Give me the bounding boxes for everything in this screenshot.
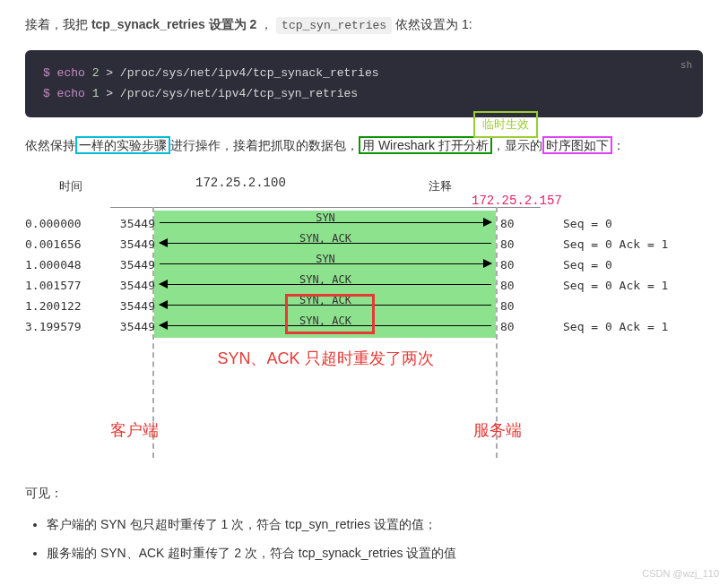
src-port: 35449 [115,276,155,296]
packet-time: 0.000000 [25,214,101,234]
packet-time: 1.001577 [25,276,101,296]
packet-arrow: SYN, ACK [160,235,491,251]
dst-port: 80 [500,235,527,254]
ip-address-left: 172.25.2.100 [195,173,286,194]
intro-inline-code: tcp_syn_retries [276,17,392,34]
list-item: 服务端的 SYN、ACK 超时重传了 2 次，符合 tcp_synack_ret… [47,543,703,564]
packet-arrow: SYN, ACK [160,276,491,292]
seq-info: Seq = 0 [563,214,728,234]
client-label: 客户端 [110,417,159,444]
seq-info: Seq = 0 Ack = 1 [563,276,728,296]
conclusion-header: 可见： [25,483,703,504]
intro-suffix: 依然设置为 1: [395,17,472,31]
packet-arrow: SYN [160,255,491,271]
retransmit-caption: SYN、ACK 只超时重发了两次 [160,345,491,373]
packet-label: SYN, ACK [160,271,491,289]
packet-arrow: SYN [160,214,491,230]
watermark: CSDN @wzj_110 [642,565,719,582]
src-port: 35449 [115,317,155,337]
code-annotation-callout: 临时生效 [473,111,538,138]
code-line-1: $ echo 2 > /proc/sys/net/ipv4/tcp_synack… [43,63,685,83]
seq-info: Seq = 0 Ack = 1 [563,235,728,254]
packet-time: 0.001656 [25,235,101,254]
dst-port: 80 [500,255,527,275]
diagram-top-border [110,207,541,208]
dst-port: 80 [500,276,527,296]
intro-bold: tcp_synack_retries 设置为 2 [91,17,256,31]
packet-time: 1.200122 [25,297,101,316]
src-port: 35449 [115,255,155,275]
highlight-magenta: 时序图如下 [542,136,612,154]
dst-port: 80 [500,317,527,337]
sequence-diagram: 时间 注释 172.25.2.100 172.25.2.157 0.000000… [25,173,703,460]
analysis-paragraph: 依然保持一样的实验步骤进行操作，接着把抓取的数据包，用 Wireshark 打开… [25,135,703,157]
time-header: 时间 [59,177,82,197]
src-port: 35449 [115,235,155,254]
packet-time: 3.199579 [25,317,101,337]
seq-info: Seq = 0 Ack = 1 [563,317,728,337]
retransmit-highlight-box [285,294,375,334]
intro-paragraph: 接着，我把 tcp_synack_retries 设置为 2 ， tcp_syn… [25,14,703,36]
packet-label: SYN [160,209,491,227]
code-line-2: $ echo 1 > /proc/sys/net/ipv4/tcp_syn_re… [43,83,685,104]
highlight-green: 用 Wireshark 打开分析 [359,136,492,154]
code-block-wrapper: sh $ echo 2 > /proc/sys/net/ipv4/tcp_syn… [25,50,703,117]
intro-prefix: 接着，我把 [25,17,91,31]
conclusion-list: 客户端的 SYN 包只超时重传了 1 次，符合 tcp_syn_retries … [25,514,703,564]
server-label: 服务端 [473,417,522,444]
packet-time: 1.000048 [25,255,101,275]
annotation-header: 注释 [429,177,452,197]
dst-port: 80 [500,297,527,316]
dst-port: 80 [500,214,527,234]
highlight-cyan: 一样的实验步骤 [75,136,170,154]
intro-mid: ， [260,17,273,31]
packet-label: SYN, ACK [160,229,491,247]
packet-label: SYN [160,250,491,268]
code-block[interactable]: sh $ echo 2 > /proc/sys/net/ipv4/tcp_syn… [25,50,703,117]
seq-info: Seq = 0 [563,255,728,275]
src-port: 35449 [115,297,155,316]
src-port: 35449 [115,214,155,234]
code-language-badge: sh [680,57,692,74]
list-item: 客户端的 SYN 包只超时重传了 1 次，符合 tcp_syn_retries … [47,514,703,536]
